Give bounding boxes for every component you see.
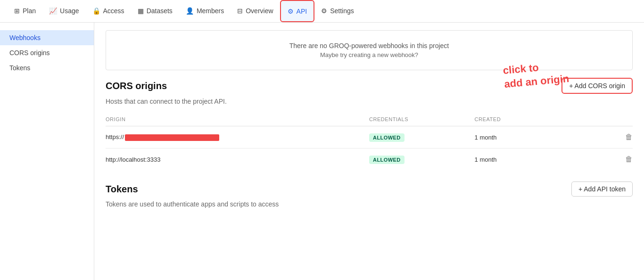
top-navigation: ⊞ Plan 📈 Usage 🔒 Access ▦ Datasets 👤 Mem… [0,0,644,23]
cors-description: Hosts that can connect to the project AP… [106,98,633,105]
cors-section-header: CORS origins + Add CORS origin [106,78,633,94]
nav-members[interactable]: 👤 Members [179,0,231,22]
allowed-badge-1: ALLOWED [369,133,405,142]
api-icon: ⚙ [288,8,294,15]
cors-table-body: https:// ALLOWED 1 month 🗑 [106,126,633,171]
table-row: https:// ALLOWED 1 month 🗑 [106,126,633,148]
delete-icon-2[interactable]: 🗑 [625,155,633,163]
sidebar-item-webhooks[interactable]: Webhooks [0,30,94,45]
table-row: http://localhost:3333 ALLOWED 1 month 🗑 [106,148,633,171]
sidebar-item-cors-origins[interactable]: CORS origins [0,45,94,60]
cors-created-1: 1 month [475,126,580,148]
tokens-section-header: Tokens + Add API token [106,181,633,197]
maybe-try-text: Maybe try creating a new webhook? [117,51,621,58]
cors-created-2: 1 month [475,148,580,171]
add-cors-origin-button[interactable]: + Add CORS origin [561,78,633,94]
tokens-description: Tokens are used to authenticate apps and… [106,200,633,208]
nav-overview[interactable]: ⊟ Overview [231,0,280,22]
col-header-credentials: CREDENTIALS [369,113,475,126]
add-api-token-button[interactable]: + Add API token [571,181,633,197]
redacted-url-1 [125,134,219,141]
usage-icon: 📈 [49,7,57,15]
col-header-origin: ORIGIN [106,113,369,126]
datasets-icon: ▦ [138,7,144,15]
nav-usage[interactable]: 📈 Usage [42,0,85,22]
col-header-created: CREATED [475,113,580,126]
main-layout: Webhooks CORS origins Tokens There are n… [0,23,644,280]
nav-datasets[interactable]: ▦ Datasets [131,0,179,22]
cors-origin-url-1: https:// [106,126,369,148]
cors-table: ORIGIN CREDENTIALS CREATED https:// [106,113,633,170]
cors-action-1: 🗑 [580,126,633,148]
sidebar: Webhooks CORS origins Tokens [0,23,94,280]
allowed-badge-2: ALLOWED [369,156,405,164]
main-content: There are no GROQ-powered webhooks in th… [94,23,644,280]
cors-title: CORS origins [106,81,167,91]
tokens-section: Tokens + Add API token Tokens are used t… [94,181,644,227]
settings-icon: ⚙ [321,7,327,15]
cors-action-2: 🗑 [580,148,633,171]
plan-icon: ⊞ [14,7,20,15]
overview-icon: ⊟ [237,7,243,15]
cors-credentials-1: ALLOWED [369,126,475,148]
col-header-action [580,113,633,126]
nav-settings[interactable]: ⚙ Settings [314,0,361,22]
cors-credentials-2: ALLOWED [369,148,475,171]
nav-api[interactable]: ⚙ API [280,0,315,22]
tokens-title: Tokens [106,184,138,195]
cors-section: CORS origins + Add CORS origin Hosts tha… [94,78,644,170]
nav-plan[interactable]: ⊞ Plan [8,0,42,22]
cors-origin-url-2: http://localhost:3333 [106,148,369,171]
members-icon: 👤 [186,7,194,15]
no-webhooks-text: There are no GROQ-powered webhooks in th… [117,42,621,49]
nav-access[interactable]: 🔒 Access [86,0,131,22]
webhooks-banner: There are no GROQ-powered webhooks in th… [106,30,633,70]
delete-icon-1[interactable]: 🗑 [625,133,633,141]
cors-table-header: ORIGIN CREDENTIALS CREATED [106,113,633,126]
sidebar-item-tokens[interactable]: Tokens [0,60,94,75]
access-icon: 🔒 [92,7,100,15]
